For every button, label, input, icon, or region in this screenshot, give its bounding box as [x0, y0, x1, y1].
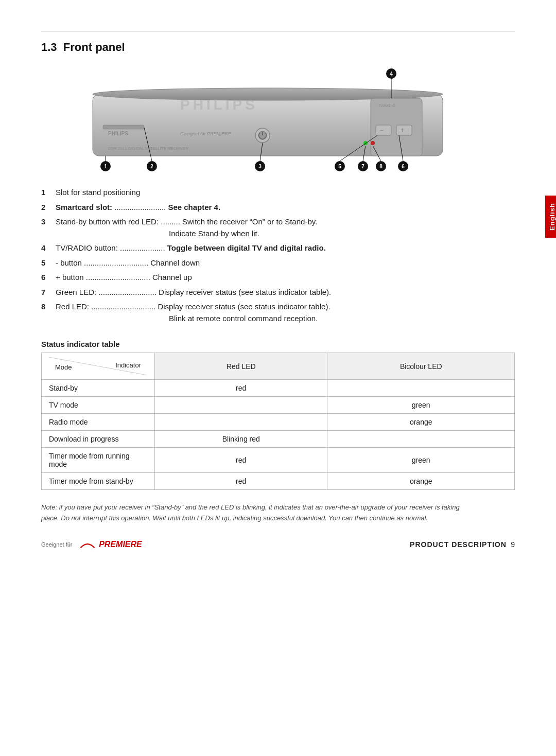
red-led-header: Red LED	[155, 353, 327, 380]
table-row: Radio modeorange	[42, 414, 515, 431]
section-heading: 1.3 Front panel	[41, 41, 515, 54]
svg-rect-6	[103, 125, 144, 129]
svg-text:PHILIPS: PHILIPS	[180, 97, 258, 113]
status-table: Indicator Mode Red LED Bicolour LED Stan…	[41, 353, 515, 490]
description-list: 1 Slot for stand positioning 2 Smartcard…	[41, 187, 515, 324]
svg-text:8: 8	[379, 164, 383, 169]
list-item: 5 - button .............................…	[41, 257, 515, 269]
svg-point-16	[371, 141, 375, 145]
table-row: Timer mode from running moderedgreen	[42, 448, 515, 473]
table-row: Download in progressBlinking red	[42, 431, 515, 448]
list-item: 8 Red LED: .............................…	[41, 301, 515, 324]
svg-text:4: 4	[390, 71, 393, 77]
premiere-logo: Geeignet für PREMIERE	[41, 539, 142, 550]
top-rule	[41, 31, 515, 31]
svg-text:6: 6	[402, 164, 405, 169]
list-item: 7 Green LED: ...........................…	[41, 287, 515, 298]
svg-text:Geeignet für PREMIERE: Geeignet für PREMIERE	[180, 131, 232, 136]
svg-text:+: +	[401, 127, 404, 134]
list-item: 3 Stand-by button with red LED: ........…	[41, 216, 515, 239]
svg-text:PHILIPS: PHILIPS	[108, 131, 128, 136]
premiere-arc-icon	[78, 539, 97, 550]
svg-text:TV/RADIO: TV/RADIO	[378, 104, 396, 108]
svg-text:5: 5	[338, 164, 341, 169]
product-description-label: PRODUCT DESCRIPTION 9	[410, 540, 515, 549]
table-row: Stand-byred	[42, 380, 515, 397]
status-table-heading: Status indicator table	[41, 340, 515, 348]
svg-text:7: 7	[361, 164, 364, 169]
list-item: 2 Smartcard slot: ......................…	[41, 202, 515, 214]
svg-text:2: 2	[150, 164, 153, 169]
device-illustration: PHILIPS PHILIPS Geeignet für PREMIERE DS…	[77, 63, 479, 171]
mode-indicator-header: Indicator Mode	[42, 353, 155, 380]
note-text: Note: if you have put your receiver in “…	[41, 502, 463, 524]
table-row: TV modegreen	[42, 397, 515, 414]
list-item: 4 TV/RADIO button: .....................…	[41, 242, 515, 254]
svg-text:3: 3	[258, 164, 262, 169]
list-item: 1 Slot for stand positioning	[41, 187, 515, 199]
svg-text:−: −	[380, 127, 384, 134]
list-item: 6 + button .............................…	[41, 272, 515, 284]
english-tab: English	[545, 196, 556, 238]
svg-text:1: 1	[104, 164, 107, 169]
table-row: Timer mode from stand-byredorange	[42, 473, 515, 490]
footer: Geeignet für PREMIERE PRODUCT DESCRIPTIO…	[41, 539, 515, 550]
bicolour-led-header: Bicolour LED	[327, 353, 515, 380]
